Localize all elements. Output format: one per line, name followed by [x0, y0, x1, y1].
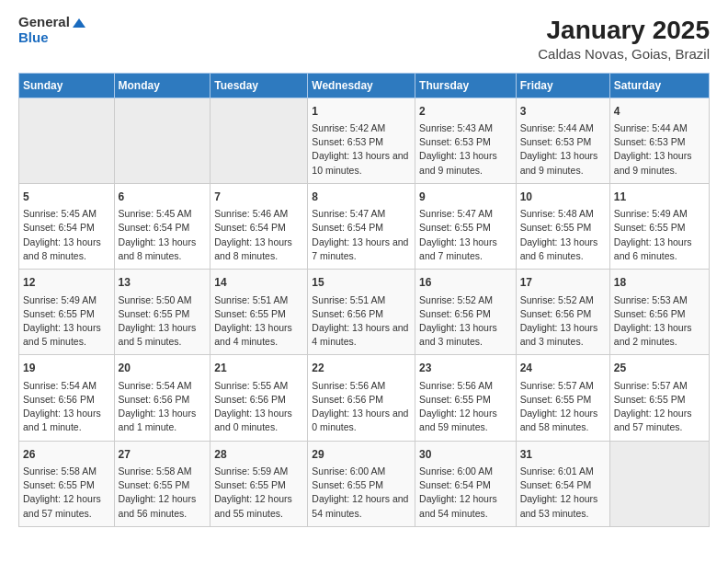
day-info-line: Sunrise: 6:00 AM — [312, 465, 411, 478]
day-number-29: 29 — [312, 447, 411, 463]
day-info-line: Daylight: 13 hours and 5 minutes. — [119, 321, 207, 349]
day-number-17: 17 — [520, 275, 606, 291]
day-info-line: Daylight: 12 hours and 55 minutes. — [214, 492, 303, 520]
week-row-1: 1Sunrise: 5:42 AMSunset: 6:53 PMDaylight… — [19, 98, 710, 183]
day-cell-1: 1Sunrise: 5:42 AMSunset: 6:53 PMDaylight… — [308, 98, 415, 183]
weekday-header-wednesday: Wednesday — [308, 73, 415, 98]
day-info-line: Sunset: 6:55 PM — [23, 478, 110, 492]
day-info-line: Sunrise: 5:58 AM — [23, 465, 110, 478]
day-number-5: 5 — [23, 190, 110, 205]
day-info-line: Sunrise: 5:48 AM — [520, 207, 606, 221]
day-number-24: 24 — [520, 361, 606, 376]
day-info-line: Daylight: 13 hours and 1 minute. — [119, 407, 207, 434]
day-info-line: Daylight: 12 hours and 57 minutes. — [614, 407, 705, 434]
day-info-line: Sunrise: 5:44 AM — [614, 121, 705, 135]
day-info-line: Sunrise: 5:49 AM — [614, 207, 705, 221]
day-number-27: 27 — [119, 447, 207, 463]
logo: General Blue — [18, 15, 85, 45]
weekday-header-thursday: Thursday — [415, 73, 517, 98]
day-info-line: Daylight: 13 hours and 9 minutes. — [419, 149, 512, 177]
day-number-23: 23 — [419, 361, 512, 376]
logo-container: General Blue — [18, 15, 85, 45]
day-info-line: Sunset: 6:56 PM — [312, 393, 411, 407]
day-info-line: Daylight: 13 hours and 0 minutes. — [312, 407, 411, 434]
day-cell-21: 21Sunrise: 5:55 AMSunset: 6:56 PMDayligh… — [210, 355, 308, 441]
title-block: January 2025 Caldas Novas, Goias, Brazil — [538, 15, 710, 62]
day-number-4: 4 — [614, 104, 705, 120]
day-cell-22: 22Sunrise: 5:56 AMSunset: 6:56 PMDayligh… — [308, 355, 415, 441]
day-info-line: Daylight: 13 hours and 4 minutes. — [312, 321, 411, 349]
week-row-4: 19Sunrise: 5:54 AMSunset: 6:56 PMDayligh… — [19, 355, 710, 441]
day-cell-20: 20Sunrise: 5:54 AMSunset: 6:56 PMDayligh… — [114, 355, 210, 441]
day-info-line: Daylight: 12 hours and 57 minutes. — [23, 492, 110, 520]
day-info-line: Daylight: 12 hours and 54 minutes. — [419, 492, 512, 520]
day-info-line: Daylight: 13 hours and 8 minutes. — [214, 236, 303, 263]
day-info-line: Sunset: 6:55 PM — [214, 307, 303, 321]
day-cell-8: 8Sunrise: 5:47 AMSunset: 6:54 PMDaylight… — [308, 183, 415, 269]
day-info-line: Daylight: 13 hours and 3 minutes. — [419, 321, 512, 349]
day-cell-19: 19Sunrise: 5:54 AMSunset: 6:56 PMDayligh… — [19, 355, 115, 441]
day-cell-7: 7Sunrise: 5:46 AMSunset: 6:54 PMDaylight… — [210, 183, 308, 269]
empty-cell — [210, 98, 308, 183]
day-info-line: Sunrise: 5:45 AM — [23, 207, 110, 221]
day-info-line: Daylight: 13 hours and 2 minutes. — [614, 321, 705, 349]
empty-cell — [114, 98, 210, 183]
day-info-line: Daylight: 12 hours and 59 minutes. — [419, 407, 512, 434]
week-row-2: 5Sunrise: 5:45 AMSunset: 6:54 PMDaylight… — [19, 183, 710, 269]
day-info-line: Daylight: 13 hours and 8 minutes. — [23, 236, 110, 263]
day-info-line: Daylight: 13 hours and 0 minutes. — [214, 407, 303, 434]
day-info-line: Sunset: 6:54 PM — [419, 478, 512, 492]
empty-cell — [19, 98, 115, 183]
day-cell-11: 11Sunrise: 5:49 AMSunset: 6:55 PMDayligh… — [609, 183, 709, 269]
day-number-19: 19 — [23, 361, 110, 376]
day-info-line: Sunset: 6:55 PM — [419, 221, 512, 235]
day-info-line: Sunrise: 5:57 AM — [614, 379, 705, 393]
day-info-line: Sunset: 6:54 PM — [23, 221, 110, 235]
day-info-line: Daylight: 13 hours and 6 minutes. — [520, 236, 606, 263]
day-info-line: Sunrise: 5:47 AM — [419, 207, 512, 221]
day-cell-28: 28Sunrise: 5:59 AMSunset: 6:55 PMDayligh… — [210, 441, 308, 526]
day-number-20: 20 — [119, 361, 207, 376]
day-info-line: Sunset: 6:55 PM — [119, 478, 207, 492]
day-cell-15: 15Sunrise: 5:51 AMSunset: 6:56 PMDayligh… — [308, 270, 415, 355]
day-info-line: Sunrise: 5:51 AM — [312, 293, 411, 307]
day-info-line: Sunset: 6:56 PM — [23, 393, 110, 407]
day-info-line: Sunset: 6:56 PM — [312, 307, 411, 321]
day-number-30: 30 — [419, 447, 512, 463]
day-info-line: Sunrise: 6:00 AM — [419, 465, 512, 478]
day-info-line: Sunset: 6:55 PM — [119, 307, 207, 321]
day-cell-23: 23Sunrise: 5:56 AMSunset: 6:55 PMDayligh… — [415, 355, 517, 441]
day-info-line: Sunset: 6:53 PM — [312, 135, 411, 149]
day-info-line: Sunrise: 6:01 AM — [520, 465, 606, 478]
day-cell-17: 17Sunrise: 5:52 AMSunset: 6:56 PMDayligh… — [516, 270, 609, 355]
day-cell-26: 26Sunrise: 5:58 AMSunset: 6:55 PMDayligh… — [19, 441, 115, 526]
day-cell-12: 12Sunrise: 5:49 AMSunset: 6:55 PMDayligh… — [19, 270, 115, 355]
day-info-line: Sunrise: 5:49 AM — [23, 293, 110, 307]
day-number-3: 3 — [520, 104, 606, 120]
day-info-line: Sunrise: 5:47 AM — [312, 207, 411, 221]
calendar-page: General Blue January 2025 Caldas Novas, … — [0, 0, 728, 546]
header: General Blue January 2025 Caldas Novas, … — [18, 15, 710, 62]
day-info-line: Sunset: 6:56 PM — [119, 393, 207, 407]
day-info-line: Sunset: 6:56 PM — [214, 393, 303, 407]
calendar-table: SundayMondayTuesdayWednesdayThursdayFrid… — [18, 73, 710, 527]
day-number-15: 15 — [312, 275, 411, 291]
calendar-title: January 2025 — [538, 15, 710, 46]
day-info-line: Sunrise: 5:52 AM — [419, 293, 512, 307]
day-info-line: Sunset: 6:55 PM — [614, 221, 705, 235]
day-number-31: 31 — [520, 447, 606, 463]
day-number-10: 10 — [520, 190, 606, 205]
day-info-line: Sunrise: 5:53 AM — [614, 293, 705, 307]
weekday-header-row: SundayMondayTuesdayWednesdayThursdayFrid… — [19, 73, 710, 98]
day-info-line: Sunrise: 5:42 AM — [312, 121, 411, 135]
day-info-line: Daylight: 13 hours and 5 minutes. — [23, 321, 110, 349]
day-info-line: Sunset: 6:53 PM — [419, 135, 512, 149]
week-row-5: 26Sunrise: 5:58 AMSunset: 6:55 PMDayligh… — [19, 441, 710, 526]
day-info-line: Daylight: 12 hours and 54 minutes. — [312, 492, 411, 520]
day-number-14: 14 — [214, 275, 303, 291]
day-info-line: Sunrise: 5:55 AM — [214, 379, 303, 393]
week-row-3: 12Sunrise: 5:49 AMSunset: 6:55 PMDayligh… — [19, 270, 710, 355]
day-info-line: Sunrise: 5:51 AM — [214, 293, 303, 307]
day-info-line: Daylight: 13 hours and 7 minutes. — [312, 236, 411, 263]
day-info-line: Sunset: 6:55 PM — [214, 478, 303, 492]
